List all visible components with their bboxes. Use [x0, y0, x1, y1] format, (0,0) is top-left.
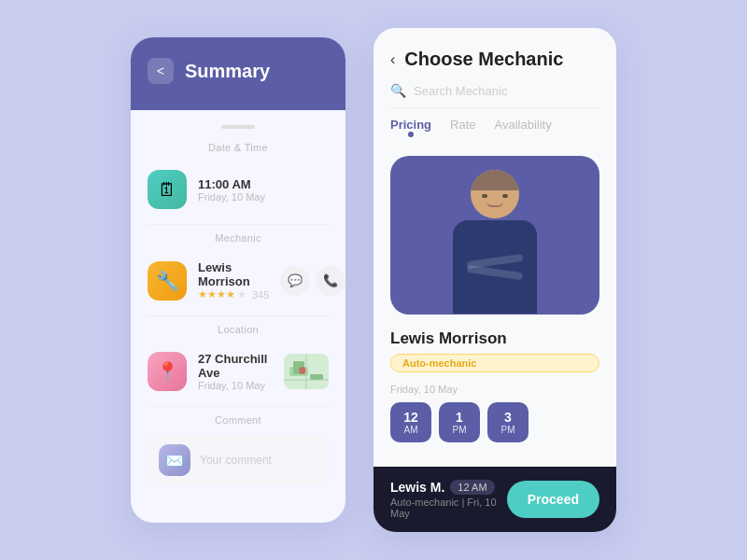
- datetime-section-label: Date & Time: [148, 142, 329, 153]
- bottom-sub-info: Auto-mechanic | Fri, 10 May: [390, 497, 507, 519]
- time-slots-container: 12 AM 1 PM 3 PM: [390, 402, 599, 442]
- mechanic-rating: 345: [252, 289, 269, 301]
- comment-icon: ✉️: [159, 444, 190, 476]
- call-button[interactable]: 📞: [316, 266, 345, 296]
- datetime-item: 🗓 11:00 AM Friday, 10 May: [148, 162, 329, 217]
- search-input[interactable]: Search Mechanic: [414, 84, 507, 98]
- mechanic-figure: [439, 170, 551, 315]
- divider-2: [148, 315, 329, 316]
- search-icon: 🔍: [390, 83, 406, 98]
- mechanic-header: ‹ Choose Mechanic 🔍 Search Mechanic Pric…: [374, 28, 616, 156]
- comment-placeholder[interactable]: Your comment: [200, 454, 317, 467]
- mechanic-icon: 🔧: [148, 261, 187, 301]
- bottom-bar: Lewis M. 12 AM Auto-mechanic | Fri, 10 M…: [374, 467, 616, 532]
- mechanic-availability-label: Friday, 10 May: [390, 384, 599, 395]
- location-date: Friday, 10 May: [198, 380, 273, 391]
- mechanic-back-button[interactable]: ‹: [390, 51, 395, 68]
- location-icon: 📍: [148, 352, 187, 391]
- tab-rate[interactable]: Rate: [450, 118, 475, 137]
- tab-availability[interactable]: Availability: [495, 118, 552, 137]
- svg-rect-4: [310, 374, 323, 380]
- location-address: 27 Churchill Ave: [198, 352, 273, 380]
- summary-body: Date & Time 🗓 11:00 AM Friday, 10 May Me…: [131, 110, 345, 523]
- comment-section-label: Comment: [148, 414, 329, 426]
- mechanic-photo-container: [390, 156, 599, 315]
- location-section-label: Location: [148, 324, 329, 335]
- divider-1: [148, 224, 329, 225]
- tab-pricing[interactable]: Pricing: [390, 118, 431, 137]
- summary-card: < Summary Date & Time 🗓 11:00 AM Friday,…: [131, 37, 345, 523]
- summary-header: < Summary: [131, 37, 345, 110]
- tabs-container: Pricing Rate Availability: [390, 118, 599, 147]
- time-slot-1pm[interactable]: 1 PM: [439, 402, 480, 442]
- mechanic-section-label: Mechanic: [148, 232, 329, 244]
- mechanic-full-name: Lewis Morrison: [390, 329, 599, 348]
- summary-back-button[interactable]: <: [148, 58, 174, 84]
- divider-3: [148, 406, 329, 407]
- proceed-button[interactable]: Proceed: [507, 481, 599, 518]
- bottom-mechanic-name: Lewis M.: [390, 480, 444, 495]
- svg-point-3: [299, 367, 306, 374]
- time-slot-3pm[interactable]: 3 PM: [487, 402, 529, 442]
- search-bar[interactable]: 🔍 Search Mechanic: [390, 83, 599, 108]
- mechanic-chooser-title: Choose Mechanic: [404, 49, 563, 70]
- mechanic-head: [471, 170, 519, 218]
- mechanic-badge: Auto-mechanic: [390, 354, 599, 372]
- bottom-time-badge: 12 AM: [450, 480, 494, 495]
- datetime-time: 11:00 AM: [198, 177, 329, 191]
- map-thumbnail: [284, 354, 329, 389]
- stars-icon: ★★★★: [198, 288, 235, 301]
- mechanic-torso: [453, 220, 537, 314]
- location-item: 📍 27 Churchill Ave Friday, 10 May: [148, 344, 329, 399]
- chat-button[interactable]: 💬: [280, 266, 310, 296]
- summary-title: Summary: [185, 61, 270, 82]
- mechanic-name: Lewis Morrison: [198, 260, 269, 288]
- mechanic-body: Lewis Morrison Auto-mechanic Friday, 10 …: [374, 156, 616, 467]
- datetime-date: Friday, 10 May: [198, 191, 329, 203]
- datetime-icon: 🗓: [148, 170, 187, 209]
- comment-area: ✉️ Your comment: [148, 435, 329, 485]
- main-container: < Summary Date & Time 🗓 11:00 AM Friday,…: [131, 28, 616, 532]
- mechanic-chooser-card: ‹ Choose Mechanic 🔍 Search Mechanic Pric…: [374, 28, 616, 532]
- drag-handle: [221, 125, 255, 129]
- mechanic-item: 🔧 Lewis Morrison ★★★★ ★ 345 💬 📞: [148, 253, 329, 308]
- time-slot-12am[interactable]: 12 AM: [390, 402, 431, 442]
